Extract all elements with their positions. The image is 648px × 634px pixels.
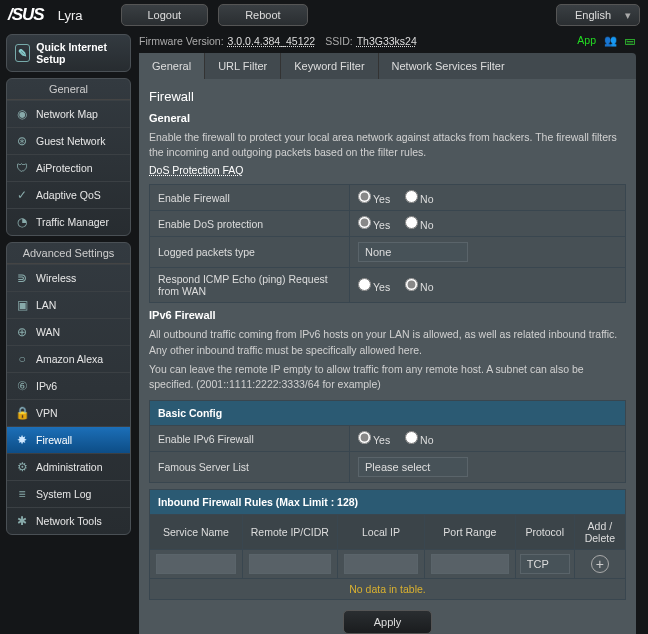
inbound-rules-header: Inbound Firewall Rules (Max Limit : 128) bbox=[149, 489, 626, 514]
tab-keyword-filter[interactable]: Keyword Filter bbox=[280, 53, 377, 79]
sidebar-header-general: General bbox=[7, 79, 130, 100]
sidebar-item-aiprotection[interactable]: 🛡AiProtection bbox=[7, 154, 130, 181]
enable-firewall-no[interactable]: No bbox=[405, 193, 433, 205]
add-rule-button[interactable]: + bbox=[591, 555, 609, 573]
log-icon: ≡ bbox=[14, 487, 30, 501]
col-service-name: Service Name bbox=[150, 515, 243, 550]
enable-firewall-label: Enable Firewall bbox=[150, 185, 350, 211]
sidebar-header-advanced: Advanced Settings bbox=[7, 243, 130, 264]
dos-faq-link[interactable]: DoS Protection FAQ bbox=[149, 164, 244, 176]
enable-dos-label: Enable DoS protection bbox=[150, 211, 350, 237]
col-add-delete: Add / Delete bbox=[574, 515, 625, 550]
qos-icon: ✓ bbox=[14, 188, 30, 202]
sidebar-item-firewall[interactable]: ✸Firewall bbox=[7, 426, 130, 453]
protocol-select[interactable]: TCP bbox=[520, 554, 570, 574]
enable-firewall-yes[interactable]: Yes bbox=[358, 193, 390, 205]
gauge-icon: ◔ bbox=[14, 215, 30, 229]
ssid-link[interactable]: Th3G33ks24 bbox=[357, 35, 417, 47]
reboot-button[interactable]: Reboot bbox=[218, 4, 307, 26]
usb-icon[interactable]: 🖴 bbox=[625, 34, 636, 47]
sidebar-item-ipv6[interactable]: ⑥IPv6 bbox=[7, 372, 130, 399]
firmware-version-link[interactable]: 3.0.0.4.384_45122 bbox=[228, 35, 316, 47]
no-data-row: No data in table. bbox=[150, 579, 626, 600]
sidebar-item-network-map[interactable]: ◉Network Map bbox=[7, 100, 130, 127]
col-protocol: Protocol bbox=[515, 515, 574, 550]
remote-ip-input[interactable] bbox=[249, 554, 331, 574]
sidebar-item-network-tools[interactable]: ✱Network Tools bbox=[7, 507, 130, 534]
col-remote-ip: Remote IP/CIDR bbox=[242, 515, 337, 550]
sidebar-item-administration[interactable]: ⚙Administration bbox=[7, 453, 130, 480]
sidebar-item-guest-network[interactable]: ⊛Guest Network bbox=[7, 127, 130, 154]
sidebar-item-system-log[interactable]: ≡System Log bbox=[7, 480, 130, 507]
icmp-yes[interactable]: Yes bbox=[358, 281, 390, 293]
quick-internet-setup[interactable]: ✎ Quick Internet Setup bbox=[6, 34, 131, 72]
ipv6-desc1: All outbound traffic coming from IPv6 ho… bbox=[149, 327, 626, 357]
tools-icon: ✱ bbox=[14, 514, 30, 528]
basic-config-header: Basic Config bbox=[149, 400, 626, 425]
wifi-icon: ⋑ bbox=[14, 271, 30, 285]
logout-button[interactable]: Logout bbox=[121, 4, 209, 26]
guest-icon: ⊛ bbox=[14, 134, 30, 148]
sidebar-item-wireless[interactable]: ⋑Wireless bbox=[7, 264, 130, 291]
page-title: Firewall bbox=[149, 89, 626, 104]
firewall-icon: ✸ bbox=[14, 433, 30, 447]
ssid-label: SSID: bbox=[325, 35, 352, 47]
wan-icon: ⊕ bbox=[14, 325, 30, 339]
enable-ipv6-yes[interactable]: Yes bbox=[358, 434, 390, 446]
icmp-label: Respond ICMP Echo (ping) Request from WA… bbox=[150, 268, 350, 303]
globe-icon: ◉ bbox=[14, 107, 30, 121]
quick-setup-label: Quick Internet Setup bbox=[36, 41, 122, 65]
brand-logo: /SUS bbox=[8, 5, 44, 25]
ipv6-icon: ⑥ bbox=[14, 379, 30, 393]
wrench-icon: ✎ bbox=[15, 44, 30, 62]
sidebar-item-vpn[interactable]: 🔒VPN bbox=[7, 399, 130, 426]
sidebar-item-alexa[interactable]: ○Amazon Alexa bbox=[7, 345, 130, 372]
shield-icon: 🛡 bbox=[14, 161, 30, 175]
sidebar-item-wan[interactable]: ⊕WAN bbox=[7, 318, 130, 345]
ipv6-desc2: You can leave the remote IP empty to all… bbox=[149, 362, 626, 392]
local-ip-input[interactable] bbox=[344, 554, 418, 574]
section-ipv6: IPv6 Firewall bbox=[149, 309, 626, 321]
tab-url-filter[interactable]: URL Filter bbox=[204, 53, 280, 79]
product-name: Lyra bbox=[58, 8, 83, 23]
general-desc: Enable the firewall to protect your loca… bbox=[149, 130, 626, 160]
service-name-input[interactable] bbox=[156, 554, 236, 574]
col-port-range: Port Range bbox=[425, 515, 516, 550]
section-general: General bbox=[149, 112, 626, 124]
sidebar-item-adaptive-qos[interactable]: ✓Adaptive QoS bbox=[7, 181, 130, 208]
app-link[interactable]: App bbox=[577, 34, 596, 47]
alexa-icon: ○ bbox=[14, 352, 30, 366]
language-select[interactable]: English bbox=[556, 4, 640, 26]
sidebar-item-traffic-manager[interactable]: ◔Traffic Manager bbox=[7, 208, 130, 235]
users-icon[interactable]: 👥 bbox=[604, 34, 617, 47]
tab-network-services-filter[interactable]: Network Services Filter bbox=[378, 53, 518, 79]
port-range-input[interactable] bbox=[431, 554, 509, 574]
lock-icon: 🔒 bbox=[14, 406, 30, 420]
enable-dos-yes[interactable]: Yes bbox=[358, 219, 390, 231]
lan-icon: ▣ bbox=[14, 298, 30, 312]
tab-general[interactable]: General bbox=[139, 53, 204, 79]
col-local-ip: Local IP bbox=[337, 515, 424, 550]
icmp-no[interactable]: No bbox=[405, 281, 433, 293]
enable-ipv6-no[interactable]: No bbox=[405, 434, 433, 446]
gear-icon: ⚙ bbox=[14, 460, 30, 474]
sidebar-item-lan[interactable]: ▣LAN bbox=[7, 291, 130, 318]
logged-packets-label: Logged packets type bbox=[150, 237, 350, 268]
apply-button[interactable]: Apply bbox=[343, 610, 433, 634]
famous-server-label: Famous Server List bbox=[150, 452, 350, 483]
firmware-label: Firmware Version: bbox=[139, 35, 224, 47]
enable-ipv6-label: Enable IPv6 Firewall bbox=[150, 426, 350, 452]
enable-dos-no[interactable]: No bbox=[405, 219, 433, 231]
logged-packets-select[interactable]: None bbox=[358, 242, 468, 262]
famous-server-select[interactable]: Please select bbox=[358, 457, 468, 477]
